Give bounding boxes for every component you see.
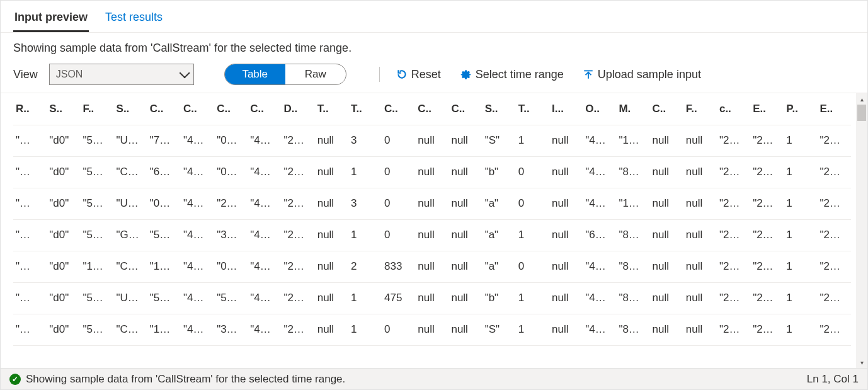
column-header[interactable]: S.. (47, 93, 80, 125)
table-cell: "0… (214, 125, 248, 156)
tab-input-preview[interactable]: Input preview (13, 7, 89, 32)
column-header[interactable]: T.. (516, 93, 549, 125)
table-cell: "2… (717, 251, 750, 282)
table-row[interactable]: "…"d0""5…"U…"0…"4…"2…"4…"2…null30nullnul… (13, 188, 851, 219)
table-cell: "2… (282, 282, 315, 314)
select-time-label: Select time range (476, 68, 564, 81)
reset-label: Reset (411, 68, 441, 81)
column-header[interactable]: S.. (483, 93, 516, 125)
table-cell: null (448, 188, 482, 219)
table-cell: "1… (80, 251, 113, 282)
table-cell: "3… (214, 314, 248, 345)
reset-button[interactable]: Reset (396, 68, 441, 81)
table-row[interactable]: "…"d0""5…"U…"5…"4…"5…"4…"2…null1475nulln… (13, 282, 851, 314)
table-cell: 2 (348, 251, 382, 282)
table-cell: "4… (248, 125, 281, 156)
table-cell: null (315, 188, 348, 219)
column-header[interactable]: F.. (80, 93, 113, 125)
table-cell: "a" (483, 251, 516, 282)
table-cell: "d0" (47, 125, 80, 156)
format-value: JSON (56, 69, 83, 80)
table-cell: null (549, 188, 583, 219)
table-cell: "C… (114, 251, 147, 282)
view-label: View (13, 68, 38, 81)
column-header[interactable]: C.. (448, 93, 482, 125)
table-cell: null (650, 314, 683, 345)
table-cell: 0 (382, 188, 415, 219)
table-cell: null (415, 282, 448, 314)
table-cell: "1… (616, 125, 649, 156)
table-cell: "C… (114, 156, 147, 188)
table-cell: 1 (516, 282, 549, 314)
toggle-raw[interactable]: Raw (285, 64, 346, 84)
column-header[interactable]: C.. (650, 93, 683, 125)
table-cell: null (549, 282, 583, 314)
column-header[interactable]: C.. (382, 93, 415, 125)
column-header[interactable]: E.. (818, 93, 852, 125)
table-cell: 0 (382, 156, 415, 188)
column-header[interactable]: I... (549, 93, 583, 125)
table-cell: 475 (382, 282, 415, 314)
column-header[interactable]: S.. (114, 93, 147, 125)
table-cell: 0 (516, 156, 549, 188)
column-header[interactable]: T.. (315, 93, 348, 125)
column-header[interactable]: C.. (181, 93, 214, 125)
table-row[interactable]: "…"d0""5…"G…"5…"4…"3…"4…"2…null10nullnul… (13, 219, 851, 251)
table-cell: "4… (583, 282, 616, 314)
table-cell: "S" (483, 314, 516, 345)
table-cell: null (683, 282, 717, 314)
table-cell: 1 (784, 156, 817, 188)
toggle-table[interactable]: Table (225, 64, 285, 84)
table-cell: "d0" (47, 314, 80, 345)
column-header[interactable]: C.. (214, 93, 248, 125)
table-cell: "2… (750, 282, 784, 314)
column-header[interactable]: C.. (147, 93, 181, 125)
table-cell: "4… (181, 188, 214, 219)
separator (379, 67, 380, 82)
vertical-scrollbar[interactable]: ▴ ▾ (856, 93, 867, 368)
column-header[interactable]: c.. (717, 93, 750, 125)
table-cell: "2… (750, 219, 784, 251)
table-cell: 1 (516, 314, 549, 345)
column-header[interactable]: C.. (415, 93, 448, 125)
table-cell: "5… (80, 282, 113, 314)
column-header[interactable]: O.. (583, 93, 616, 125)
column-header[interactable]: M. (616, 93, 649, 125)
tab-test-results[interactable]: Test results (104, 7, 164, 32)
select-time-range-button[interactable]: Select time range (460, 68, 564, 81)
table-cell: null (650, 282, 683, 314)
scroll-down-icon[interactable]: ▾ (856, 357, 867, 368)
column-header[interactable]: P.. (784, 93, 817, 125)
table-row[interactable]: "…"d0""1…"C…"1…"4…"0…"4…"2…null2833nulln… (13, 251, 851, 282)
table-row[interactable]: "…"d0""5…"C…"1…"4…"3…"4…"2…null10nullnul… (13, 314, 851, 345)
scroll-thumb[interactable] (857, 105, 866, 121)
table-cell: 1 (784, 282, 817, 314)
table-row[interactable]: "…"d0""5…"C…"6…"4…"0…"4…"2…null10nullnul… (13, 156, 851, 188)
scroll-up-icon[interactable]: ▴ (856, 93, 867, 105)
upload-sample-button[interactable]: Upload sample input (583, 68, 701, 81)
tab-bar: Input preview Test results (1, 1, 867, 33)
table-cell: "2… (818, 251, 852, 282)
table-cell: 3 (348, 188, 382, 219)
format-dropdown[interactable]: JSON (49, 64, 194, 85)
table-cell: "4… (248, 282, 281, 314)
column-header[interactable]: T.. (348, 93, 382, 125)
table-cell: "2… (717, 314, 750, 345)
table-cell: "2… (282, 125, 315, 156)
chevron-down-icon (179, 67, 190, 78)
table-cell: "2… (282, 314, 315, 345)
table-cell: 1 (348, 156, 382, 188)
table-cell: "5… (80, 314, 113, 345)
table-cell: "a" (483, 188, 516, 219)
table-cell: "2… (818, 282, 852, 314)
column-header[interactable]: E.. (750, 93, 784, 125)
table-row[interactable]: "…"d0""5…"U…"7…"4…"0…"4…"2…null30nullnul… (13, 125, 851, 156)
column-header[interactable]: R.. (13, 93, 47, 125)
table-cell: null (683, 219, 717, 251)
column-header[interactable]: C.. (248, 93, 281, 125)
table-cell: null (415, 251, 448, 282)
table-cell: 0 (516, 251, 549, 282)
table-cell: null (415, 188, 448, 219)
column-header[interactable]: D.. (282, 93, 315, 125)
column-header[interactable]: F.. (683, 93, 717, 125)
